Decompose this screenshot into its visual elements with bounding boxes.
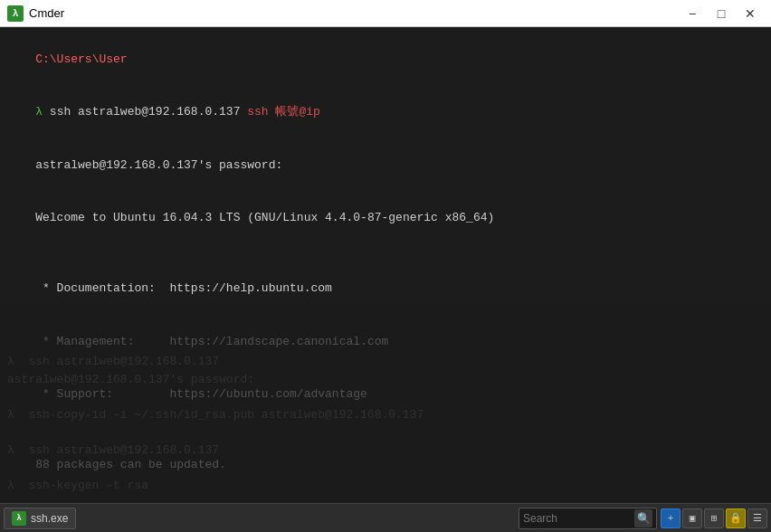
taskbar-app-icon: λ	[12, 511, 26, 526]
tray-icon-plus[interactable]: +	[661, 508, 681, 528]
title-bar: λ Cmder − □ ✕	[0, 0, 771, 27]
terminal-dim-overlay: λ ssh astralweb@192.168.0.137 astralweb@…	[0, 304, 771, 503]
terminal-line-path: C:\Users\User	[7, 33, 764, 86]
terminal-line-password: astralweb@192.168.0.137's password:	[7, 138, 764, 192]
app-icon: λ	[7, 5, 24, 22]
minimize-button[interactable]: −	[679, 4, 706, 24]
terminal-line-welcome: Welcome to Ubuntu 16.04.3 LTS (GNU/Linux…	[7, 192, 764, 245]
tray-icon-layout[interactable]: ⊞	[704, 508, 724, 528]
taskbar-search-box[interactable]: 🔍	[519, 508, 657, 529]
taskbar-app-label: ssh.exe	[31, 512, 68, 525]
window-title: Cmder	[29, 6, 679, 20]
tray-icon-menu[interactable]: ☰	[747, 508, 767, 528]
taskbar: λ ssh.exe 🔍 + ▣ ⊞ 🔒 ☰	[0, 503, 771, 532]
tray-icons: + ▣ ⊞ 🔒 ☰	[661, 508, 767, 528]
terminal-line-empty1	[7, 244, 764, 262]
terminal-output: C:\Users\User λ ssh astralweb@192.168.0.…	[0, 27, 771, 503]
tray-icon-monitor[interactable]: ▣	[682, 508, 702, 528]
watermark-text: λ ssh astralweb@192.168.0.137 astralweb@…	[7, 353, 764, 494]
close-button[interactable]: ✕	[737, 4, 764, 24]
search-button[interactable]: 🔍	[634, 509, 652, 527]
search-input[interactable]	[523, 512, 632, 525]
taskbar-app-button[interactable]: λ ssh.exe	[4, 508, 76, 529]
maximize-button[interactable]: □	[708, 4, 735, 24]
window-controls: − □ ✕	[679, 4, 764, 24]
terminal-line-ssh-cmd: λ ssh astralweb@192.168.0.137 ssh 帳號@ip	[7, 86, 764, 139]
tray-icon-lock[interactable]: 🔒	[726, 508, 746, 528]
